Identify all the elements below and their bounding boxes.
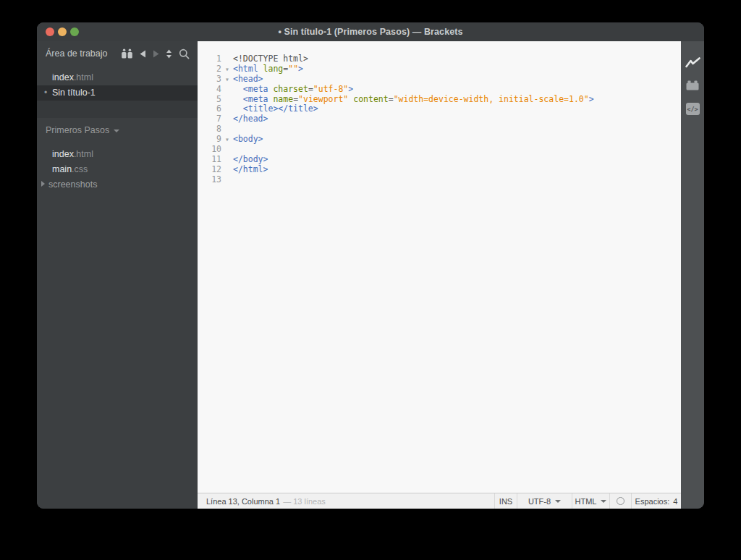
code-line[interactable]: 5 <meta name="viewport" content="width=d… [198, 95, 681, 105]
sidebar: Área de trabajo [37, 41, 198, 509]
code-text: <title></title> [233, 104, 318, 114]
tree-file[interactable]: index.html [37, 147, 198, 162]
code-line[interactable]: 10 [198, 145, 681, 155]
line-number: 2 [198, 64, 221, 75]
file-extension: .html [74, 72, 93, 82]
fold-gutter [221, 104, 233, 114]
brackets-window: • Sin título-1 (Primeros Pasos) — Bracke… [37, 22, 704, 509]
live-preview-icon[interactable] [685, 57, 700, 71]
chevron-down-icon [555, 500, 561, 503]
line-number: 3 [198, 75, 221, 85]
file-name: main [52, 164, 72, 174]
code-line[interactable]: 12</html> [198, 165, 681, 175]
lint-status[interactable] [609, 493, 631, 509]
line-number: 1 [198, 54, 221, 64]
fold-arrow-icon[interactable]: ▼ [221, 64, 233, 75]
project-file-tree: index.htmlmain.cssscreenshots [37, 147, 198, 192]
code-text: <!DOCTYPE html> [233, 54, 308, 64]
line-number: 5 [198, 95, 221, 105]
tree-folder[interactable]: screenshots [37, 177, 198, 192]
back-icon[interactable] [140, 50, 146, 58]
working-file[interactable]: index.html [37, 70, 198, 85]
file-extension: .html [74, 149, 93, 159]
code-text: <meta charset="utf-8"> [233, 85, 353, 95]
line-number: 11 [198, 155, 221, 165]
extension-manager-icon[interactable] [686, 80, 699, 93]
working-file[interactable]: •Sin título-1 [37, 85, 198, 101]
traffic-lights [46, 27, 82, 36]
code-line[interactable]: 9▼<body> [198, 135, 681, 145]
tree-file[interactable]: main.css [37, 162, 198, 177]
line-number: 12 [198, 165, 221, 175]
titlebar[interactable]: • Sin título-1 (Primeros Pasos) — Bracke… [37, 22, 704, 41]
fold-gutter [221, 95, 233, 105]
project-name: Primeros Pasos [46, 125, 109, 135]
code-editor[interactable]: 1<!DOCTYPE html>2▼<html lang="">3▼<head>… [198, 41, 681, 493]
language-dropdown[interactable]: HTML [572, 493, 609, 509]
code-text: </body> [233, 155, 268, 165]
lint-circle-icon [617, 497, 624, 505]
forward-icon[interactable] [153, 50, 159, 58]
fold-gutter [221, 85, 233, 95]
code-text: </html> [233, 165, 268, 175]
code-line[interactable]: 7</head> [198, 114, 681, 124]
insert-mode-toggle[interactable]: INS [494, 493, 517, 509]
window-title: • Sin título-1 (Primeros Pasos) — Bracke… [278, 27, 462, 37]
code-line[interactable]: 8 [198, 124, 681, 135]
chevron-down-icon [114, 130, 119, 132]
fold-gutter [221, 114, 233, 124]
code-overview-icon[interactable]: </> [686, 103, 700, 115]
line-number: 6 [198, 104, 221, 114]
folder-name: screenshots [48, 179, 97, 190]
code-text: <body> [233, 135, 263, 145]
fold-gutter [221, 54, 233, 64]
code-text: <head> [233, 75, 263, 85]
line-number: 7 [198, 114, 221, 124]
code-line[interactable]: 13 [198, 175, 681, 185]
section-divider [37, 101, 198, 118]
cursor-position: Línea 13, Columna 1 [206, 497, 280, 506]
minimize-button[interactable] [58, 27, 67, 36]
status-bar: Línea 13, Columna 1 — 13 líneas INS UTF-… [198, 493, 681, 509]
close-button[interactable] [46, 27, 54, 36]
project-dropdown[interactable]: Primeros Pasos [37, 124, 198, 137]
code-line[interactable]: 4 <meta charset="utf-8"> [198, 85, 681, 95]
chevron-right-icon [41, 181, 45, 187]
fold-gutter [221, 155, 233, 165]
encoding-dropdown[interactable]: UTF-8 [517, 493, 572, 509]
code-text: <meta name="viewport" content="width=dev… [233, 95, 594, 105]
line-number: 8 [198, 124, 221, 135]
line-number: 4 [198, 85, 221, 95]
code-line[interactable]: 2▼<html lang=""> [198, 64, 681, 75]
fold-gutter [221, 124, 233, 135]
unsaved-dot-icon: • [44, 85, 47, 101]
code-text: <html lang=""> [233, 64, 303, 75]
indent-setting[interactable]: Espacios: 4 [631, 493, 681, 509]
fold-arrow-icon[interactable]: ▼ [221, 135, 233, 145]
code-line[interactable]: 11</body> [198, 155, 681, 165]
workspace-toolbar: Área de trabajo [37, 41, 198, 66]
file-name: Sin título-1 [52, 88, 96, 98]
search-icon[interactable] [179, 48, 190, 59]
workspace-label: Área de trabajo [46, 48, 107, 59]
code-text: </head> [233, 114, 268, 124]
split-view-icon[interactable] [121, 48, 133, 59]
line-number: 10 [198, 145, 221, 155]
fold-arrow-icon[interactable]: ▼ [221, 75, 233, 85]
file-name: index [52, 149, 74, 159]
chevron-down-icon [601, 500, 606, 503]
sort-icon[interactable] [166, 49, 172, 59]
line-number: 9 [198, 135, 221, 145]
code-line[interactable]: 6 <title></title> [198, 104, 681, 114]
code-line[interactable]: 1<!DOCTYPE html> [198, 54, 681, 64]
fold-gutter [221, 145, 233, 155]
file-name: index [52, 72, 74, 82]
file-extension: .css [72, 164, 88, 174]
zoom-button[interactable] [70, 27, 79, 36]
working-files-list: index.html•Sin título-1 [37, 66, 198, 101]
line-number: 13 [198, 175, 221, 185]
code-line[interactable]: 3▼<head> [198, 75, 681, 85]
fold-gutter [221, 165, 233, 175]
line-count: — 13 líneas [283, 497, 326, 506]
fold-gutter [221, 175, 233, 185]
